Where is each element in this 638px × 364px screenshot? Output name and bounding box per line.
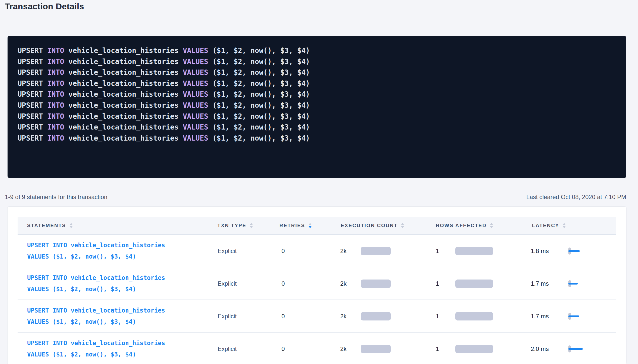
sort-asc-icon[interactable] xyxy=(563,223,566,225)
latency-bar xyxy=(568,348,583,350)
table-body: UPSERT INTO vehicle_location_historiesVA… xyxy=(8,235,626,364)
latency-value: 1.7 ms xyxy=(531,280,549,287)
table-row: UPSERT INTO vehicle_location_historiesVA… xyxy=(8,300,626,333)
table-row: UPSERT INTO vehicle_location_historiesVA… xyxy=(8,333,626,364)
latency-bar-chart xyxy=(568,313,588,320)
rows-affected-bar xyxy=(455,247,493,255)
sort-asc-icon[interactable] xyxy=(250,223,253,225)
sort-control[interactable] xyxy=(70,223,73,228)
sql-statement-line: UPSERT INTO vehicle_location_histories V… xyxy=(18,89,616,100)
column-label: ROWS AFFECTED xyxy=(436,223,486,228)
rows-affected-bar xyxy=(455,345,493,353)
sort-control[interactable] xyxy=(309,223,312,228)
column-label: TXN TYPE xyxy=(217,223,246,228)
rows-affected-bar xyxy=(455,280,493,288)
sort-desc-icon[interactable] xyxy=(250,226,253,228)
column-label: LATENCY xyxy=(532,223,559,228)
column-label: EXECUTION COUNT xyxy=(341,223,398,228)
sort-asc-icon[interactable] xyxy=(70,223,73,225)
retries-value: 0 xyxy=(281,345,285,352)
sort-control[interactable] xyxy=(490,223,493,228)
sql-statement-line: UPSERT INTO vehicle_location_histories V… xyxy=(18,100,616,111)
txn-type-value: Explicit xyxy=(218,280,237,287)
execution-count-value: 2k xyxy=(340,248,347,255)
sql-statement-line: UPSERT INTO vehicle_location_histories V… xyxy=(18,78,616,89)
retries-value: 0 xyxy=(281,280,285,287)
execution-count-bar xyxy=(361,247,391,255)
transaction-sql-box: UPSERT INTO vehicle_location_histories V… xyxy=(8,36,626,178)
sort-desc-icon[interactable] xyxy=(309,226,312,228)
latency-value: 1.8 ms xyxy=(531,248,549,255)
sort-desc-icon[interactable] xyxy=(70,226,73,228)
sort-asc-icon[interactable] xyxy=(309,223,312,225)
column-label: STATEMENTS xyxy=(27,223,66,228)
rows-affected-bar xyxy=(455,312,493,321)
execution-count-bar xyxy=(361,312,391,321)
statement-link[interactable]: UPSERT INTO vehicle_location_historiesVA… xyxy=(27,338,165,360)
txn-type-value: Explicit xyxy=(218,313,237,320)
statement-link[interactable]: UPSERT INTO vehicle_location_historiesVA… xyxy=(27,272,165,295)
txn-type-value: Explicit xyxy=(218,248,237,255)
statement-link[interactable]: UPSERT INTO vehicle_location_historiesVA… xyxy=(27,240,165,262)
column-header-rows-affected[interactable]: ROWS AFFECTED xyxy=(436,217,493,234)
column-header-statements[interactable]: STATEMENTS xyxy=(27,217,73,234)
sql-statement-line: UPSERT INTO vehicle_location_histories V… xyxy=(18,45,616,56)
sort-desc-icon[interactable] xyxy=(563,226,566,228)
sql-statement-line: UPSERT INTO vehicle_location_histories V… xyxy=(18,67,616,78)
retries-value: 0 xyxy=(281,248,285,255)
latency-bar xyxy=(568,283,578,285)
column-header-retries[interactable]: RETRIES xyxy=(279,217,312,234)
sort-asc-icon[interactable] xyxy=(401,223,404,225)
execution-count-bar xyxy=(361,345,391,353)
sort-control[interactable] xyxy=(563,223,566,228)
column-header-latency[interactable]: LATENCY xyxy=(532,217,566,234)
latency-bar xyxy=(568,250,580,252)
latency-value: 1.7 ms xyxy=(531,313,549,320)
column-header-txn-type[interactable]: TXN TYPE xyxy=(217,217,253,234)
statements-table-card: STATEMENTSTXN TYPERETRIESEXECUTION COUNT… xyxy=(8,207,626,364)
column-header-execution-count[interactable]: EXECUTION COUNT xyxy=(341,217,404,234)
table-row: UPSERT INTO vehicle_location_historiesVA… xyxy=(8,267,626,300)
sort-desc-icon[interactable] xyxy=(490,226,493,228)
latency-value: 2.0 ms xyxy=(531,345,549,352)
sql-statement-line: UPSERT INTO vehicle_location_histories V… xyxy=(18,122,616,133)
sort-asc-icon[interactable] xyxy=(490,223,493,225)
latency-bar xyxy=(568,316,579,317)
statement-link[interactable]: UPSERT INTO vehicle_location_historiesVA… xyxy=(27,305,165,328)
sql-statement-line: UPSERT INTO vehicle_location_histories V… xyxy=(18,133,616,144)
execution-count-value: 2k xyxy=(340,345,347,352)
sort-control[interactable] xyxy=(250,223,253,228)
table-header-row: STATEMENTSTXN TYPERETRIESEXECUTION COUNT… xyxy=(18,217,616,235)
rows-affected-value: 1 xyxy=(436,248,439,255)
latency-bar-chart xyxy=(568,248,588,255)
table-meta-row: 1-9 of 9 statements for this transaction… xyxy=(5,194,626,201)
execution-count-bar xyxy=(361,280,391,288)
rows-affected-value: 1 xyxy=(436,345,439,352)
txn-type-value: Explicit xyxy=(218,345,237,352)
sort-desc-icon[interactable] xyxy=(401,226,404,228)
page-title: Transaction Details xyxy=(5,2,84,11)
sort-control[interactable] xyxy=(401,223,404,228)
execution-count-value: 2k xyxy=(340,280,347,287)
latency-bar-chart xyxy=(568,345,588,352)
rows-affected-value: 1 xyxy=(436,280,439,287)
latency-bar-chart xyxy=(568,280,588,287)
execution-count-value: 2k xyxy=(340,313,347,320)
table-row: UPSERT INTO vehicle_location_historiesVA… xyxy=(8,235,626,267)
sql-statement-line: UPSERT INTO vehicle_location_histories V… xyxy=(18,56,616,67)
sql-statement-line: UPSERT INTO vehicle_location_histories V… xyxy=(18,111,616,122)
column-label: RETRIES xyxy=(279,223,305,228)
retries-value: 0 xyxy=(281,313,285,320)
statements-count-summary: 1-9 of 9 statements for this transaction xyxy=(5,194,107,201)
last-cleared-text: Last cleared Oct 08, 2020 at 7:10 PM xyxy=(526,194,626,201)
rows-affected-value: 1 xyxy=(436,313,439,320)
